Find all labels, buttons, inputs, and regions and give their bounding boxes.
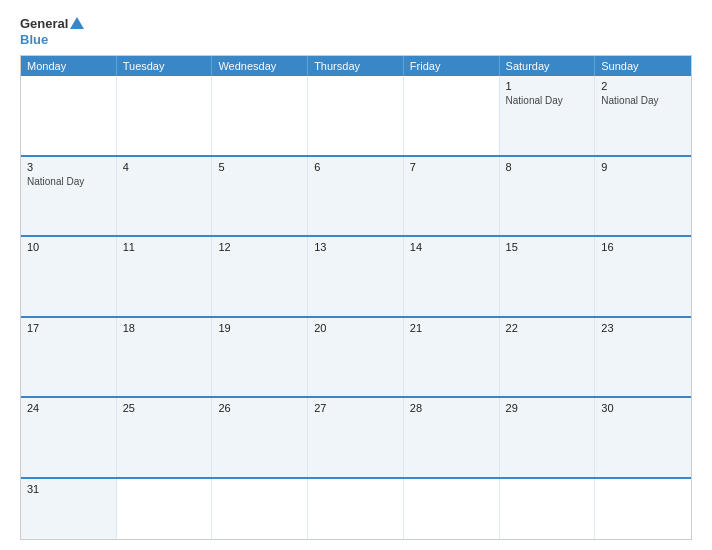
header: General Blue (20, 16, 692, 47)
day-number: 10 (27, 241, 110, 253)
day-cell: 18 (117, 318, 213, 397)
day-cell: 1National Day (500, 76, 596, 155)
day-header-friday: Friday (404, 56, 500, 76)
day-header-wednesday: Wednesday (212, 56, 308, 76)
day-cell (500, 479, 596, 539)
day-number: 2 (601, 80, 685, 92)
day-cell: 14 (404, 237, 500, 316)
day-cell: 16 (595, 237, 691, 316)
day-header-saturday: Saturday (500, 56, 596, 76)
day-event: National Day (27, 176, 110, 187)
day-number: 11 (123, 241, 206, 253)
day-number: 20 (314, 322, 397, 334)
day-cell: 29 (500, 398, 596, 477)
day-cell (308, 76, 404, 155)
calendar-grid: MondayTuesdayWednesdayThursdayFridaySatu… (20, 55, 692, 540)
day-cell (117, 479, 213, 539)
day-number: 19 (218, 322, 301, 334)
day-cell: 26 (212, 398, 308, 477)
day-number: 25 (123, 402, 206, 414)
day-cell: 17 (21, 318, 117, 397)
day-number: 12 (218, 241, 301, 253)
day-cell: 10 (21, 237, 117, 316)
day-cell: 23 (595, 318, 691, 397)
day-header-thursday: Thursday (308, 56, 404, 76)
day-cell (404, 76, 500, 155)
week-row: 1National Day2National Day (21, 76, 691, 155)
day-cell: 31 (21, 479, 117, 539)
day-number: 15 (506, 241, 589, 253)
day-number: 5 (218, 161, 301, 173)
day-number: 7 (410, 161, 493, 173)
day-headers-row: MondayTuesdayWednesdayThursdayFridaySatu… (21, 56, 691, 76)
week-row: 10111213141516 (21, 235, 691, 316)
day-cell: 4 (117, 157, 213, 236)
day-cell: 19 (212, 318, 308, 397)
day-header-tuesday: Tuesday (117, 56, 213, 76)
day-number: 21 (410, 322, 493, 334)
day-cell: 5 (212, 157, 308, 236)
week-row: 3National Day456789 (21, 155, 691, 236)
day-number: 14 (410, 241, 493, 253)
day-cell (404, 479, 500, 539)
day-cell: 8 (500, 157, 596, 236)
logo-general-text: General (20, 16, 68, 32)
day-cell (212, 76, 308, 155)
day-number: 9 (601, 161, 685, 173)
day-event: National Day (601, 95, 685, 106)
day-number: 13 (314, 241, 397, 253)
day-number: 23 (601, 322, 685, 334)
day-cell: 11 (117, 237, 213, 316)
day-cell: 2National Day (595, 76, 691, 155)
day-cell (117, 76, 213, 155)
day-cell (212, 479, 308, 539)
day-number: 31 (27, 483, 110, 495)
day-cell: 15 (500, 237, 596, 316)
week-row: 24252627282930 (21, 396, 691, 477)
day-cell: 9 (595, 157, 691, 236)
day-cell: 12 (212, 237, 308, 316)
day-number: 3 (27, 161, 110, 173)
day-number: 27 (314, 402, 397, 414)
day-number: 4 (123, 161, 206, 173)
calendar-page: General Blue MondayTuesdayWednesdayThurs… (0, 0, 712, 550)
day-number: 18 (123, 322, 206, 334)
day-number: 6 (314, 161, 397, 173)
logo-blue-text: Blue (20, 32, 48, 48)
day-cell (595, 479, 691, 539)
day-header-sunday: Sunday (595, 56, 691, 76)
day-cell: 20 (308, 318, 404, 397)
day-number: 1 (506, 80, 589, 92)
calendar-body: 1National Day2National Day3National Day4… (21, 76, 691, 539)
day-cell: 21 (404, 318, 500, 397)
day-number: 24 (27, 402, 110, 414)
day-cell: 13 (308, 237, 404, 316)
logo: General Blue (20, 16, 84, 47)
day-number: 28 (410, 402, 493, 414)
week-row: 17181920212223 (21, 316, 691, 397)
day-cell: 27 (308, 398, 404, 477)
day-cell: 30 (595, 398, 691, 477)
day-cell: 24 (21, 398, 117, 477)
day-cell: 7 (404, 157, 500, 236)
day-cell (21, 76, 117, 155)
day-cell: 25 (117, 398, 213, 477)
day-header-monday: Monday (21, 56, 117, 76)
day-number: 26 (218, 402, 301, 414)
day-number: 29 (506, 402, 589, 414)
week-row: 31 (21, 477, 691, 539)
day-cell: 6 (308, 157, 404, 236)
day-number: 22 (506, 322, 589, 334)
logo-triangle-icon (70, 17, 84, 29)
day-cell: 3National Day (21, 157, 117, 236)
day-number: 16 (601, 241, 685, 253)
day-number: 17 (27, 322, 110, 334)
day-cell (308, 479, 404, 539)
day-cell: 22 (500, 318, 596, 397)
day-number: 30 (601, 402, 685, 414)
day-number: 8 (506, 161, 589, 173)
day-cell: 28 (404, 398, 500, 477)
day-event: National Day (506, 95, 589, 106)
